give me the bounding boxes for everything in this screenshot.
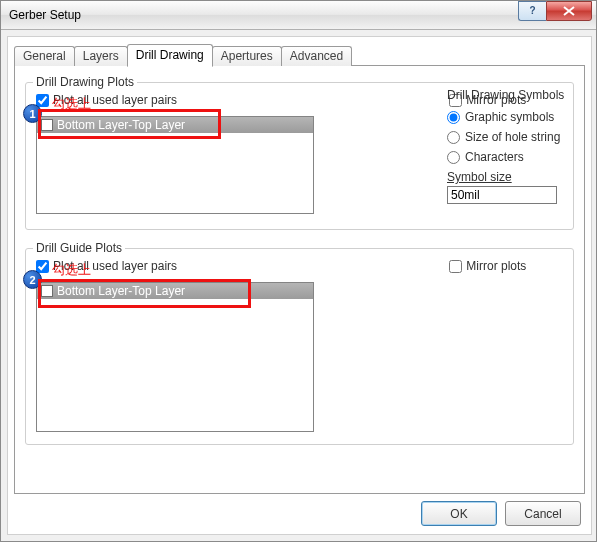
button-bar: OK Cancel [421, 501, 581, 526]
symbols-heading: Drill Drawing Symbols [447, 88, 565, 102]
mirror-guide-label: Mirror plots [466, 259, 526, 273]
radio-characters[interactable]: Characters [447, 150, 565, 164]
layer-item-drawing-label: Bottom Layer-Top Layer [57, 118, 185, 132]
layer-item-drawing-checkbox[interactable] [41, 119, 53, 131]
row-drawing-options: Plot all used layer pairs [36, 93, 326, 107]
ok-button[interactable]: OK [421, 501, 497, 526]
radio-chars-input[interactable] [447, 151, 460, 164]
window-buttons: ? [518, 1, 592, 21]
tab-layers[interactable]: Layers [74, 46, 128, 66]
layer-item-guide[interactable]: Bottom Layer-Top Layer [37, 283, 313, 299]
tab-general[interactable]: General [14, 46, 75, 66]
fieldset-drill-guide-plots: Drill Guide Plots Plot all used layer pa… [25, 248, 574, 445]
row-guide-options: Plot all used layer pairs [36, 259, 326, 273]
radio-graphic-input[interactable] [447, 111, 460, 124]
tab-panel: Drill Drawing Plots Plot all used layer … [14, 65, 585, 494]
layer-item-drawing[interactable]: Bottom Layer-Top Layer [37, 117, 313, 133]
plot-all-guide-input[interactable] [36, 260, 49, 273]
legend-guide: Drill Guide Plots [33, 241, 125, 255]
tab-drill-drawing[interactable]: Drill Drawing [127, 44, 213, 67]
window-title: Gerber Setup [9, 8, 81, 22]
legend-drawing: Drill Drawing Plots [33, 75, 137, 89]
radio-hole-size[interactable]: Size of hole string [447, 130, 565, 144]
radio-graphic-label: Graphic symbols [465, 110, 554, 124]
help-icon: ? [529, 5, 535, 16]
client-area: General Layers Drill Drawing Apertures A… [7, 36, 592, 535]
checkbox-plot-all-drawing[interactable]: Plot all used layer pairs [36, 93, 177, 107]
help-button[interactable]: ? [518, 1, 546, 21]
tab-apertures[interactable]: Apertures [212, 46, 282, 66]
radio-hole-label: Size of hole string [465, 130, 560, 144]
layer-list-guide[interactable]: Bottom Layer-Top Layer [36, 282, 314, 432]
symbol-size-input[interactable] [447, 186, 557, 204]
plot-all-guide-label: Plot all used layer pairs [53, 259, 177, 273]
checkbox-plot-all-guide[interactable]: Plot all used layer pairs [36, 259, 177, 273]
layer-item-guide-checkbox[interactable] [41, 285, 53, 297]
tab-strip: General Layers Drill Drawing Apertures A… [14, 45, 585, 66]
radio-chars-label: Characters [465, 150, 524, 164]
checkbox-mirror-guide[interactable]: Mirror plots [449, 259, 526, 273]
radio-graphic-symbols[interactable]: Graphic symbols [447, 110, 565, 124]
close-icon [563, 6, 575, 16]
symbol-size-label: Symbol size [447, 170, 565, 184]
fieldset-drill-drawing-plots: Drill Drawing Plots Plot all used layer … [25, 82, 574, 230]
dialog-window: Gerber Setup ? General Layers Drill Draw… [0, 0, 597, 542]
layer-list-drawing[interactable]: Bottom Layer-Top Layer [36, 116, 314, 214]
cancel-button[interactable]: Cancel [505, 501, 581, 526]
symbols-column: Drill Drawing Symbols Graphic symbols Si… [447, 88, 565, 204]
titlebar: Gerber Setup ? [1, 1, 596, 30]
layer-item-guide-label: Bottom Layer-Top Layer [57, 284, 185, 298]
radio-hole-input[interactable] [447, 131, 460, 144]
plot-all-drawing-label: Plot all used layer pairs [53, 93, 177, 107]
plot-all-drawing-input[interactable] [36, 94, 49, 107]
tab-advanced[interactable]: Advanced [281, 46, 352, 66]
close-button[interactable] [546, 1, 592, 21]
mirror-guide-input[interactable] [449, 260, 462, 273]
